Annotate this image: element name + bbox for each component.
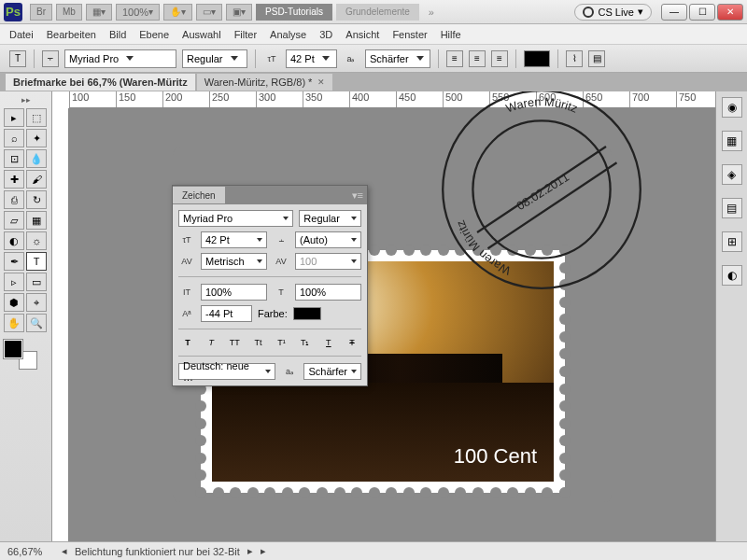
hand-tool[interactable]: ✋	[4, 314, 24, 332]
hand-chip[interactable]: ✋▾	[163, 4, 192, 21]
menu-datei[interactable]: Datei	[9, 29, 34, 40]
menu-hilfe[interactable]: Hilfe	[441, 29, 461, 40]
small-caps[interactable]: Tt	[250, 336, 265, 349]
all-caps[interactable]: TT	[227, 336, 242, 349]
strikethrough[interactable]: Ŧ	[345, 336, 359, 349]
cp-antialias[interactable]: Schärfer	[303, 363, 361, 380]
color-panel-icon[interactable]: ◉	[722, 97, 742, 118]
font-size-dropdown[interactable]: 42 Pt	[286, 49, 337, 68]
move-tool[interactable]: ▸	[4, 108, 24, 127]
panel-menu-icon[interactable]: ▾≡	[352, 189, 363, 202]
menu-bild[interactable]: Bild	[109, 29, 126, 40]
gradient-tool[interactable]: ▦	[26, 211, 47, 230]
menu-filter[interactable]: Filter	[234, 29, 257, 40]
cp-kerning[interactable]: Metrisch	[201, 253, 267, 270]
tools-collapse[interactable]: ▸▸	[4, 95, 48, 105]
tab-close-icon[interactable]: ✕	[317, 77, 325, 87]
cp-vscale[interactable]: 100%	[201, 284, 267, 301]
align-center[interactable]: ≡	[469, 50, 486, 67]
document-tab-2[interactable]: Waren-Müritz, RGB/8) *✕	[197, 74, 333, 91]
cp-color-swatch[interactable]	[293, 307, 321, 320]
cp-baseline[interactable]: -44 Pt	[201, 305, 252, 322]
menu-auswahl[interactable]: Auswahl	[182, 29, 221, 40]
superscript[interactable]: T¹	[275, 336, 289, 349]
stamp-tool[interactable]: ⎙	[4, 190, 24, 209]
menu-ebene[interactable]: Ebene	[139, 29, 169, 40]
channels-panel-icon[interactable]: ⊞	[722, 231, 742, 252]
3d-camera-tool[interactable]: ⌖	[26, 293, 47, 312]
cp-font-style[interactable]: Regular	[299, 210, 361, 227]
color-swatches[interactable]	[4, 340, 37, 370]
brush-tool[interactable]: 🖌	[26, 170, 47, 189]
pen-tool[interactable]: ✒	[4, 252, 24, 271]
underline[interactable]: T	[321, 336, 336, 349]
align-left[interactable]: ≡	[446, 50, 463, 67]
crop-tool[interactable]: ⊡	[4, 149, 24, 168]
panel-tab-zeichen[interactable]: Zeichen	[173, 187, 225, 203]
history-brush-tool[interactable]: ↻	[26, 190, 47, 209]
cp-tracking[interactable]: 100	[295, 253, 361, 270]
zoom-chip[interactable]: 100% ▾	[116, 4, 160, 21]
document-tab-1[interactable]: Briefmarke bei 66,7% (Waren-Müritz	[6, 74, 195, 91]
zoom-tool[interactable]: 🔍	[26, 314, 47, 332]
heal-tool[interactable]: ✚	[4, 170, 24, 189]
font-style-dropdown[interactable]: Regular	[182, 49, 247, 68]
layout-chip[interactable]: ▦▾	[86, 4, 112, 21]
menu-3d[interactable]: 3D	[319, 29, 332, 40]
panel-header[interactable]: Zeichen ▾≡	[173, 186, 367, 204]
screen-chip[interactable]: ▣▾	[226, 4, 252, 21]
character-panel[interactable]: Zeichen ▾≡ Myriad Pro Regular τT 42 Pt ⫠…	[172, 185, 368, 386]
status-zoom[interactable]: 66,67%	[7, 546, 54, 557]
type-tool[interactable]: T	[26, 252, 47, 271]
blur-tool[interactable]: ◐	[4, 231, 24, 250]
marquee-tool[interactable]: ⬚	[26, 108, 47, 127]
cp-language[interactable]: Deutsch: neue …	[178, 363, 275, 380]
lasso-tool[interactable]: ⌕	[4, 129, 24, 147]
menu-analyse[interactable]: Analyse	[270, 29, 306, 40]
tool-preset[interactable]: T	[9, 50, 26, 67]
workspace-tab-active[interactable]: PSD-Tutorials	[256, 4, 332, 21]
minibridge-chip[interactable]: Mb	[56, 4, 82, 21]
paths-panel-icon[interactable]: ◐	[722, 265, 742, 286]
svg-text:Waren Müritz: Waren Müritz	[504, 95, 580, 115]
close-button[interactable]: ✕	[717, 4, 743, 21]
layers-panel-icon[interactable]: ▤	[722, 198, 742, 218]
status-nav-right[interactable]: ▸	[247, 545, 253, 557]
workspace-more[interactable]: »	[429, 7, 434, 18]
canvas[interactable]: he Bundespost 100 Cent Waren	[69, 108, 715, 541]
status-nav-left[interactable]: ◂	[62, 545, 67, 557]
maximize-button[interactable]: ☐	[689, 4, 715, 21]
menu-bearbeiten[interactable]: Bearbeiten	[47, 29, 96, 40]
cs-live-button[interactable]: CS Live ▾	[574, 4, 652, 21]
minimize-button[interactable]: —	[661, 4, 687, 21]
view-chip[interactable]: ▭▾	[196, 4, 222, 21]
3d-tool[interactable]: ⬢	[4, 293, 24, 312]
font-family-dropdown[interactable]: Myriad Pro	[64, 49, 176, 68]
faux-bold[interactable]: T	[180, 336, 195, 349]
align-right[interactable]: ≡	[491, 50, 508, 67]
warp-text[interactable]: ⌇	[566, 50, 583, 67]
path-select-tool[interactable]: ▹	[4, 273, 24, 291]
menu-fenster[interactable]: Fenster	[392, 29, 427, 40]
cp-leading[interactable]: (Auto)	[295, 231, 361, 248]
workspace-tab[interactable]: Grundelemente	[336, 4, 419, 21]
orientation-toggle[interactable]: ⫟	[42, 50, 59, 67]
wand-tool[interactable]: ✦	[26, 129, 47, 147]
subscript[interactable]: T₁	[298, 336, 313, 349]
cp-hscale[interactable]: 100%	[295, 284, 361, 301]
cp-font-size[interactable]: 42 Pt	[201, 231, 267, 248]
faux-italic[interactable]: T	[204, 336, 218, 349]
bridge-chip[interactable]: Br	[30, 4, 52, 21]
status-menu[interactable]: ▸	[261, 545, 266, 557]
text-color-swatch[interactable]	[524, 50, 550, 67]
eraser-tool[interactable]: ▱	[4, 211, 24, 230]
eyedropper-tool[interactable]: 💧	[26, 149, 47, 168]
swatches-panel-icon[interactable]: ▦	[722, 131, 742, 151]
menu-ansicht[interactable]: Ansicht	[345, 29, 379, 40]
cp-font-family[interactable]: Myriad Pro	[178, 210, 293, 227]
adjustments-panel-icon[interactable]: ◈	[722, 164, 742, 185]
shape-tool[interactable]: ▭	[26, 273, 47, 291]
antialias-dropdown[interactable]: Schärfer	[365, 49, 430, 68]
dodge-tool[interactable]: ☼	[26, 231, 47, 250]
char-panel-toggle[interactable]: ▤	[588, 50, 605, 67]
